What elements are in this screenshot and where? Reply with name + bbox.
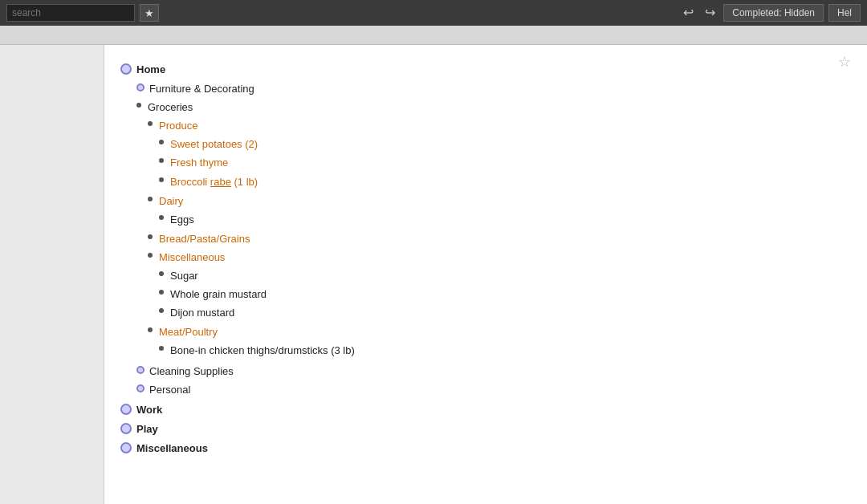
sugar-content: Sugar <box>170 267 198 285</box>
list-item-play: Play <box>120 421 867 438</box>
whole-grain-mustard-content: Whole grain mustard <box>170 286 267 303</box>
work-bullet <box>120 404 132 415</box>
bread-bullet <box>148 234 153 239</box>
personal-bullet <box>136 384 144 392</box>
toolbar: ★ ↩ ↪ Completed: Hidden Hel <box>0 0 867 26</box>
dairy-content: Dairy Eggs <box>159 193 194 230</box>
list-item-meat: Meat/Poultry Bone-in chicken thighs/drum… <box>148 323 355 360</box>
help-button[interactable]: Hel <box>828 4 861 22</box>
chicken-label[interactable]: Bone-in chicken thighs/drumsticks (3 lb) <box>170 344 355 356</box>
list-item-bread: Bread/Pasta/Grains <box>148 230 355 248</box>
cleaning-label[interactable]: Cleaning Supplies <box>149 365 234 377</box>
meat-content: Meat/Poultry Bone-in chicken thighs/drum… <box>159 323 355 360</box>
list-item-sugar: Sugar <box>159 267 267 285</box>
work-label[interactable]: Work <box>136 404 162 416</box>
fresh-thyme-label[interactable]: Fresh thyme <box>170 156 228 169</box>
subtoolbar <box>0 26 867 45</box>
groceries-bullet <box>136 103 141 108</box>
dijon-mustard-bullet <box>159 308 164 313</box>
meat-label[interactable]: Meat/Poultry <box>159 326 218 338</box>
misc-top-bullet <box>120 442 132 453</box>
sidebar <box>0 45 104 504</box>
cleaning-bullet <box>136 366 144 374</box>
personal-content: Personal <box>149 381 190 399</box>
misc-bullet <box>148 253 153 258</box>
dijon-mustard-content: Dijon mustard <box>170 304 234 322</box>
search-input[interactable] <box>6 4 135 22</box>
list-item-whole-grain-mustard: Whole grain mustard <box>159 286 267 303</box>
meat-bullet <box>148 327 153 332</box>
list-item-dijon-mustard: Dijon mustard <box>159 304 267 322</box>
broccoli-content: Broccoli rabe (1 lb) <box>170 173 258 191</box>
produce-content: Produce Sweet potatoes (2) <box>159 117 258 191</box>
misc-label[interactable]: Miscellaneous <box>159 251 225 263</box>
content-star-icon[interactable]: ☆ <box>838 53 851 71</box>
content-area: ☆ Home Furniture & Decorating <box>104 45 867 504</box>
fresh-thyme-bullet <box>159 158 164 163</box>
list-item-chicken: Bone-in chicken thighs/drumsticks (3 lb) <box>159 342 355 360</box>
personal-label[interactable]: Personal <box>149 384 190 396</box>
misc-top-label[interactable]: Miscellaneous <box>136 442 208 454</box>
back-button[interactable]: ↩ <box>680 6 697 19</box>
list-item-sweet-potatoes: Sweet potatoes (2) <box>159 136 258 153</box>
cleaning-content: Cleaning Supplies <box>149 363 234 380</box>
list-item-misc-top: Miscellaneous <box>120 440 867 457</box>
dairy-label[interactable]: Dairy <box>159 195 183 207</box>
broccoli-label[interactable]: Broccoli rabe (1 lb) <box>170 176 258 188</box>
list-item-furniture: Furniture & Decorating <box>136 80 867 98</box>
home-content: Home Furniture & Decorating <box>136 61 867 400</box>
bread-label[interactable]: Bread/Pasta/Grains <box>159 233 250 245</box>
eggs-content: Eggs <box>170 211 194 229</box>
sweet-potatoes-content: Sweet potatoes (2) <box>170 136 258 153</box>
produce-label[interactable]: Produce <box>159 120 197 132</box>
list-item-cleaning: Cleaning Supplies <box>136 363 867 380</box>
play-content: Play <box>136 421 867 438</box>
chicken-bullet <box>159 346 164 351</box>
list-item-misc: Miscellaneous Sugar <box>148 249 355 323</box>
list-item-groceries: Groceries Produce <box>136 99 867 361</box>
list-item-dairy: Dairy Eggs <box>148 193 355 230</box>
sweet-potatoes-bullet <box>159 140 164 144</box>
sugar-bullet <box>159 271 164 276</box>
list-item-home: Home Furniture & Decorating <box>120 61 867 400</box>
whole-grain-mustard-bullet <box>159 290 164 295</box>
list-item-eggs: Eggs <box>159 211 194 229</box>
eggs-label[interactable]: Eggs <box>170 213 194 226</box>
list-item-broccoli: Broccoli rabe (1 lb) <box>159 173 258 191</box>
misc-top-content: Miscellaneous <box>136 440 867 457</box>
home-label[interactable]: Home <box>136 63 165 75</box>
misc-content: Miscellaneous Sugar <box>159 249 267 323</box>
sweet-potatoes-label[interactable]: Sweet potatoes (2) <box>170 138 258 150</box>
produce-bullet <box>148 121 153 126</box>
furniture-label[interactable]: Furniture & Decorating <box>149 83 254 95</box>
whole-grain-mustard-label[interactable]: Whole grain mustard <box>170 288 267 300</box>
broccoli-bullet <box>159 177 164 182</box>
tree: Home Furniture & Decorating <box>104 45 867 475</box>
dairy-bullet <box>148 197 153 201</box>
forward-button[interactable]: ↪ <box>702 6 718 19</box>
list-item-personal: Personal <box>136 381 867 399</box>
star-button[interactable]: ★ <box>140 4 159 22</box>
eggs-bullet <box>159 215 164 220</box>
chicken-content: Bone-in chicken thighs/drumsticks (3 lb) <box>170 342 355 360</box>
list-item-produce: Produce Sweet potatoes (2) <box>148 117 355 191</box>
completed-button[interactable]: Completed: Hidden <box>723 4 824 22</box>
furniture-content: Furniture & Decorating <box>149 80 254 98</box>
groceries-label[interactable]: Groceries <box>148 101 193 113</box>
play-label[interactable]: Play <box>136 423 158 435</box>
fresh-thyme-content: Fresh thyme <box>170 154 228 172</box>
groceries-content: Groceries Produce <box>148 99 355 361</box>
sugar-label[interactable]: Sugar <box>170 270 198 282</box>
furniture-bullet <box>136 83 144 91</box>
home-bullet <box>120 63 132 75</box>
list-item-work: Work <box>120 401 867 419</box>
bread-content: Bread/Pasta/Grains <box>159 230 250 248</box>
dijon-mustard-label[interactable]: Dijon mustard <box>170 307 234 319</box>
work-content: Work <box>136 401 867 419</box>
play-bullet <box>120 423 132 434</box>
main-layout: ☆ Home Furniture & Decorating <box>0 45 867 504</box>
list-item-fresh-thyme: Fresh thyme <box>159 154 258 172</box>
